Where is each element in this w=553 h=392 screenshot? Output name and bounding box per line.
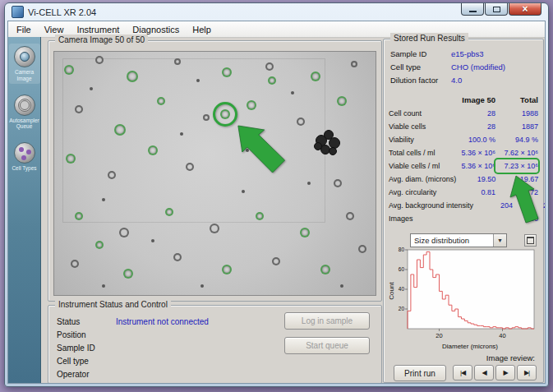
result-label: Viable cells — [389, 120, 456, 133]
image-review-nav: |◀◀▶▶| — [453, 365, 537, 380]
nav-next-button[interactable]: ▶ — [495, 365, 515, 380]
results-row: Avg. circularity0.810.72 — [384, 186, 543, 199]
status-value — [116, 342, 258, 355]
title-bar[interactable]: Vi-CELL XR 2.04 × — [7, 3, 546, 21]
status-value: Instrument not connected — [116, 316, 258, 329]
viable-cell — [148, 145, 158, 155]
results-header-spacer — [389, 94, 456, 107]
client-area: FileViewInstrumentDiagnosticsHelp Camera… — [7, 21, 546, 384]
debris-dot — [307, 182, 311, 185]
popout-icon — [527, 237, 534, 244]
viable-cell — [337, 96, 347, 106]
result-total-value: 1887 — [495, 120, 538, 133]
cell — [297, 118, 305, 126]
sidebar-item-autosampler-queue[interactable]: Autosampler Queue — [9, 92, 40, 132]
cell — [75, 105, 83, 113]
camera-image-label: Camera Image — [9, 69, 40, 82]
result-image-value: 5.36 × 10⁶ — [456, 159, 495, 173]
result-total-value: 19.67 — [495, 173, 538, 186]
status-label: Position — [57, 329, 116, 342]
result-image-value: 28 — [456, 120, 495, 133]
debris-dot — [246, 149, 249, 152]
menu-item-help[interactable]: Help — [186, 23, 218, 36]
window-title: Vi-CELL XR 2.04 — [28, 7, 96, 17]
results-row: Viable cells281887 — [384, 120, 543, 133]
result-label: Total cells / ml — [389, 146, 456, 159]
cell — [173, 253, 182, 261]
cell — [358, 245, 366, 253]
results-group-title: Stored Run Results — [390, 33, 468, 44]
debris-dot — [180, 132, 183, 136]
cell — [351, 61, 357, 67]
status-rows: StatusInstrument not connectedPositionSa… — [57, 316, 258, 381]
maximize-button[interactable] — [485, 3, 508, 16]
status-row: Position — [57, 329, 258, 342]
debris-dot — [102, 198, 105, 201]
results-info: Sample IDe15-pbs3Cell typeCHO (modified)… — [390, 48, 537, 87]
cell — [272, 257, 280, 265]
chart-type-value: Size distribution — [411, 236, 493, 245]
viable-cell — [256, 212, 264, 220]
result-image-value: 204 — [473, 199, 513, 212]
nav-prev-button[interactable]: ◀ — [474, 365, 494, 380]
info-label: Dilution factor — [390, 74, 451, 87]
camera-image[interactable] — [53, 51, 376, 296]
debris-dot — [242, 190, 245, 193]
cell — [119, 228, 129, 238]
info-row: Cell typeCHO (modified) — [390, 61, 537, 74]
viable-cell — [114, 124, 126, 136]
viable-cell — [222, 265, 232, 274]
print-run-button[interactable]: Print run — [394, 365, 446, 381]
tick-label: 80 — [399, 247, 405, 252]
sidebar: Camera ImageAutosampler QueueCell Types — [8, 37, 41, 383]
instrument-status-group: Instrument Status and Control StatusInst… — [48, 305, 382, 384]
cell — [203, 114, 210, 121]
info-value: e15-pbs3 — [451, 48, 537, 61]
cell — [346, 212, 354, 220]
close-button[interactable]: × — [509, 3, 541, 16]
autosampler-queue-icon — [14, 95, 35, 116]
nav-last-button[interactable]: ▶| — [517, 365, 537, 380]
result-total-value: 0.72 — [495, 186, 538, 199]
results-row: Images50 — [384, 212, 543, 225]
sidebar-item-cell-types[interactable]: Cell Types — [9, 140, 40, 173]
window-controls: × — [461, 3, 541, 16]
size-distribution-chart: 204060802040 Diameter (microns) Count — [386, 245, 539, 352]
column-header-image: Image 50 — [456, 94, 495, 107]
cell — [71, 260, 79, 268]
cell-layer — [54, 52, 376, 295]
debris-dot — [291, 91, 294, 95]
viable-cell — [320, 265, 330, 274]
status-label: Status — [57, 316, 116, 329]
result-total-value: 203 — [513, 199, 546, 212]
viable-cell — [311, 71, 320, 81]
viable-cell — [222, 67, 232, 77]
cell-types-label: Cell Types — [9, 165, 40, 172]
log-in-sample-button[interactable]: Log in sample — [284, 312, 370, 330]
debris-dot — [102, 284, 105, 288]
viable-cell — [300, 228, 310, 238]
results-header: Image 50 Total — [384, 94, 543, 107]
app-window: Vi-CELL XR 2.04 × FileViewInstrumentDiag… — [4, 2, 549, 387]
desktop: Vi-CELL XR 2.04 × FileViewInstrumentDiag… — [0, 0, 553, 392]
status-row: Sample ID — [57, 342, 258, 355]
status-value — [116, 329, 258, 342]
cell-clump — [314, 142, 322, 150]
main-area: Camera Image 50 of 50 Instrument Status … — [41, 37, 546, 384]
result-image-value: 19.50 — [456, 173, 495, 186]
start-queue-button[interactable]: Start queue — [284, 337, 370, 354]
camera-image-group: Camera Image 50 of 50 — [48, 40, 382, 302]
nav-first-button[interactable]: |◀ — [453, 365, 472, 380]
x-axis-label: Diameter (microns) — [442, 343, 498, 350]
highlight-circle — [213, 102, 237, 127]
menu-item-file[interactable]: File — [10, 23, 38, 36]
status-row: StatusInstrument not connected — [57, 316, 258, 329]
sidebar-item-camera-image[interactable]: Camera Image — [9, 44, 40, 84]
minimize-button[interactable] — [461, 3, 484, 16]
info-row: Dilution factor4.0 — [390, 74, 537, 87]
camera-group-title: Camera Image 50 of 50 — [55, 35, 148, 46]
stored-run-results-group: Stored Run Results Sample IDe15-pbs3Cell… — [383, 39, 544, 383]
close-icon: × — [522, 4, 528, 14]
info-row: Sample IDe15-pbs3 — [390, 48, 537, 61]
results-row: Cell count281988 — [384, 107, 543, 120]
